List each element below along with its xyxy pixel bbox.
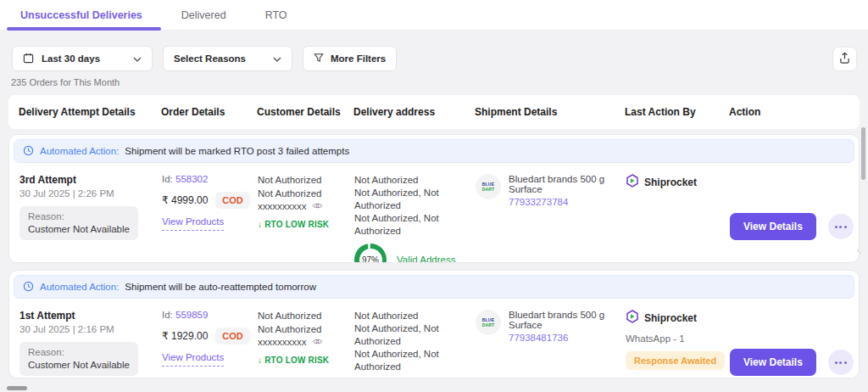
last-action-by-name: Shiprocket [644,312,697,324]
awb-number-link[interactable]: 77933273784 [509,197,626,207]
funnel-icon [314,53,324,64]
response-status-badge: Response Awaited [626,351,725,370]
view-products-link[interactable]: View Products [162,216,224,231]
more-options-button[interactable] [828,214,854,239]
customer-details-cell: Not Authorized Not Authorized xxxxxxxxxx… [258,310,354,378]
customer-phone-masked: xxxxxxxxxx [258,336,307,350]
order-id-link[interactable]: 558302 [175,174,208,184]
view-details-button[interactable]: View Details [730,213,816,240]
orders-count: 235 Orders for This Month [11,77,120,87]
address-valid-ring: 97% [354,244,387,263]
export-button[interactable] [832,47,857,71]
order-amount: ₹ 4999.00 [162,194,208,206]
failure-reason-box: Reason: Customer Not Available [19,206,138,240]
rto-risk-indicator: ↓ RTO LOW RISK [258,356,354,365]
vertical-scrollbar-thumb[interactable] [861,127,865,180]
attempt-number: 3rd Attempt [19,174,162,186]
bluedart-logo-text: DART [482,322,495,328]
awb-number-link[interactable]: 77938481736 [509,333,626,343]
address-line: Not Authorized, Not Authorized [354,348,476,373]
automated-action-banner: Automated Action: Shipment will be marke… [14,139,854,163]
more-options-button[interactable] [828,350,854,375]
banner-text: Shipment will be marked RTO post 3 faile… [125,146,349,156]
more-filters-button[interactable]: More Filters [303,46,397,71]
horizontal-scrollbar-thumb[interactable] [7,386,27,390]
order-id-label: Id: [162,174,173,184]
order-row-card: Automated Action: Shipment will be auto-… [8,270,860,378]
failure-reason-box: Reason: Customer Not Available [19,342,138,376]
chevron-down-icon [273,53,281,64]
shiprocket-logo-icon [626,174,639,191]
chevron-down-icon [133,53,142,64]
export-icon [839,52,850,67]
action-cell: View Details [730,174,859,263]
order-details-cell: Id: 558302 ₹ 4999.00 COD View Products [162,174,258,263]
attempt-datetime: 30 Jul 2025 | 2:16 PM [19,324,162,334]
address-line: Not Authorized [354,310,476,322]
shipment-details-cell: BLUE DART Bluedart brands 500 g Surface … [476,310,626,378]
banner-prefix: Automated Action: [40,146,119,156]
header-delivery-attempt: Delivery Attempt Details [19,106,161,118]
filter-bar: Last 30 days Select Reasons More Filters [12,46,397,71]
address-line: Not Authorized, Not Authorized [354,322,476,348]
customer-name: Not Authorized [258,310,354,323]
date-range-label: Last 30 days [42,53,100,64]
view-details-button[interactable]: View Details [730,349,816,376]
order-id-label: Id: [162,310,173,320]
courier-service-name: Bluedart brands 500 g Surface [509,310,626,330]
reason-label: Reason: [28,211,130,221]
header-last-action-by: Last Action By [625,106,729,118]
header-shipment-details: Shipment Details [475,106,625,118]
order-row-card: Automated Action: Shipment will be marke… [8,134,860,263]
last-action-cell: Shiprocket [626,174,730,263]
address-line: Not Authorized [354,174,476,187]
last-action-cell: Shiprocket WhatsApp - 1 Response Awaited [626,310,730,378]
customer-details-cell: Not Authorized Not Authorized xxxxxxxxxx… [258,174,354,263]
automated-action-banner: Automated Action: Shipment will be auto-… [14,275,854,299]
tab-unsuccessful-deliveries[interactable]: Unsuccessful Deliveries [12,0,151,30]
cod-badge: COD [215,328,249,344]
scroll-right-hint-icon: ›, [857,246,862,255]
customer-name: Not Authorized [258,174,354,188]
more-filters-label: More Filters [331,53,386,64]
customer-email: Not Authorized [258,323,354,337]
reason-text: Customer Not Available [28,360,130,370]
reasons-label: Select Reasons [174,53,246,64]
whatsapp-attempts: WhatsApp - 1 [626,333,730,344]
action-cell: View Details [730,310,859,378]
eye-icon[interactable] [312,200,323,214]
reasons-filter[interactable]: Select Reasons [163,46,292,71]
order-amount: ₹ 1929.00 [162,330,208,342]
header-delivery-address: Delivery address [353,106,475,118]
tab-rto[interactable]: RTO [257,0,296,30]
rto-risk-indicator: ↓ RTO LOW RISK [258,220,354,229]
shipment-details-cell: BLUE DART Bluedart brands 500 g Surface … [476,174,626,263]
shiprocket-logo-icon [626,310,639,327]
address-line: Not Authorized, Not Authorized [354,187,476,212]
bluedart-logo-text: DART [482,187,495,192]
courier-service-name: Bluedart brands 500 g Surface [509,174,626,194]
attempt-number: 1st Attempt [19,310,162,322]
bluedart-logo: BLUE DART [476,310,501,335]
eye-icon[interactable] [312,336,323,350]
delivery-address-cell: Not Authorized Not Authorized, Not Autho… [354,310,476,378]
cod-badge: COD [215,192,249,209]
customer-phone-masked: xxxxxxxxxx [258,200,307,214]
last-action-by-name: Shiprocket [644,176,697,188]
header-order-details: Order Details [161,106,257,118]
tab-bar: Unsuccessful Deliveries Delivered RTO [0,0,868,31]
date-range-filter[interactable]: Last 30 days [12,46,153,71]
address-line: Not Authorized, Not Authorized [354,212,476,238]
header-customer-details: Customer Details [257,106,353,118]
header-action: Action [729,106,860,118]
tab-delivered[interactable]: Delivered [173,0,235,30]
order-id-link[interactable]: 559859 [175,310,208,320]
calendar-icon [23,53,34,65]
valid-address-label: Valid Address [397,255,455,263]
view-products-link[interactable]: View Products [162,352,224,367]
address-valid-percent: 97% [359,249,382,264]
delivery-attempt-cell: 3rd Attempt 30 Jul 2025 | 2:26 PM Reason… [19,174,162,263]
attempt-datetime: 30 Jul 2025 | 2:26 PM [19,188,162,199]
customer-email: Not Authorized [258,188,354,201]
delivery-attempt-cell: 1st Attempt 30 Jul 2025 | 2:16 PM Reason… [19,310,162,378]
